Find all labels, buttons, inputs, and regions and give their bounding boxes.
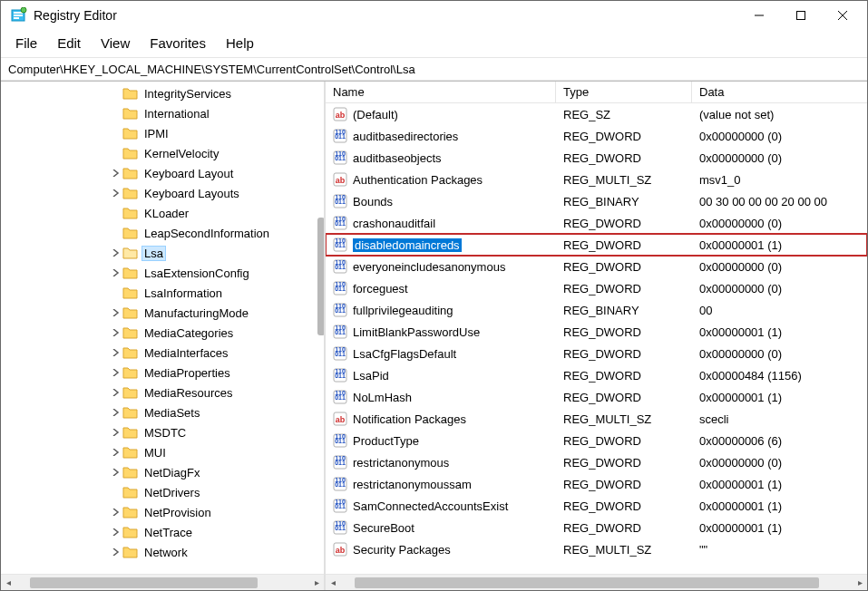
value-row[interactable]: 011110everyoneincludesanonymousREG_DWORD… xyxy=(326,256,867,277)
value-row[interactable]: 011110fullprivilegeauditingREG_BINARY00 xyxy=(326,299,867,321)
string-value-icon: ab xyxy=(333,171,349,188)
chevron-icon[interactable] xyxy=(110,409,122,416)
value-row[interactable]: 011110NoLmHashREG_DWORD0x00000001 (1) xyxy=(326,386,867,408)
value-row[interactable]: 011110restrictanonymoussamREG_DWORD0x000… xyxy=(326,473,867,495)
scroll-right-arrow[interactable]: ▸ xyxy=(309,577,324,587)
value-row[interactable]: 011110LsaCfgFlagsDefaultREG_DWORD0x00000… xyxy=(326,343,867,364)
chevron-icon[interactable] xyxy=(110,349,122,356)
list-pane[interactable]: Name Type Data ab(Default)REG_SZ(value n… xyxy=(326,82,867,590)
value-row[interactable]: 011110LsaPidREG_DWORD0x00000484 (1156) xyxy=(326,364,867,386)
tree-body[interactable]: IntegrityServicesInternationalIPMIKernel… xyxy=(1,82,324,574)
tree-item-msdtc[interactable]: MSDTC xyxy=(1,422,324,442)
chevron-icon[interactable] xyxy=(110,189,122,197)
value-row[interactable]: 011110auditbasedirectoriesREG_DWORD0x000… xyxy=(326,125,867,147)
scroll-right-arrow[interactable]: ▸ xyxy=(853,577,867,587)
tree-item-international[interactable]: International xyxy=(1,103,324,123)
chevron-icon[interactable] xyxy=(110,249,122,257)
chevron-icon[interactable] xyxy=(110,389,122,396)
tree-item-ipmi[interactable]: IPMI xyxy=(1,123,324,143)
chevron-icon[interactable] xyxy=(110,269,122,276)
tree-item-kloader[interactable]: KLoader xyxy=(1,203,324,223)
column-header-data[interactable]: Data xyxy=(692,82,867,102)
scroll-left-arrow[interactable]: ◂ xyxy=(326,577,340,587)
value-row[interactable]: 011110SamConnectedAccountsExistREG_DWORD… xyxy=(326,495,867,517)
tree-item-kernelvelocity[interactable]: KernelVelocity xyxy=(1,143,324,163)
tree-item-netdrivers[interactable]: NetDrivers xyxy=(1,482,324,502)
scroll-left-arrow[interactable]: ◂ xyxy=(1,577,15,587)
tree-item-manufacturingmode[interactable]: ManufacturingMode xyxy=(1,303,324,323)
value-row[interactable]: abSecurity PackagesREG_MULTI_SZ"" xyxy=(326,538,867,560)
tree-item-nettrace[interactable]: NetTrace xyxy=(1,522,324,542)
tree-item-keyboard-layouts[interactable]: Keyboard Layouts xyxy=(1,183,324,203)
chevron-icon[interactable] xyxy=(110,329,122,336)
tree-item-mediacategories[interactable]: MediaCategories xyxy=(1,323,324,343)
tree-item-integrityservices[interactable]: IntegrityServices xyxy=(1,83,324,103)
value-row[interactable]: 011110BoundsREG_BINARY00 30 00 00 00 20 … xyxy=(326,190,867,212)
tree-scrollbar[interactable] xyxy=(316,118,324,408)
tree-item-label: MediaProperties xyxy=(142,366,232,380)
list-hscrollbar[interactable]: ◂ ▸ xyxy=(326,574,867,590)
list-body[interactable]: ab(Default)REG_SZ(value not set)011110au… xyxy=(326,103,867,574)
chevron-icon[interactable] xyxy=(110,509,122,516)
tree-item-netprovision[interactable]: NetProvision xyxy=(1,502,324,522)
value-row[interactable]: 011110LimitBlankPasswordUseREG_DWORD0x00… xyxy=(326,321,867,343)
address-bar[interactable]: Computer\HKEY_LOCAL_MACHINE\SYSTEM\Curre… xyxy=(1,57,867,81)
cell-name: 011110LimitBlankPasswordUse xyxy=(326,321,556,343)
tree-item-lsaextensionconfig[interactable]: LsaExtensionConfig xyxy=(1,263,324,283)
tree-hscrollbar[interactable]: ◂ ▸ xyxy=(1,574,324,590)
binary-value-icon: 011110 xyxy=(333,367,349,383)
value-row[interactable]: 011110restrictanonymousREG_DWORD0x000000… xyxy=(326,451,867,473)
tree-item-mediaresources[interactable]: MediaResources xyxy=(1,383,324,402)
value-row[interactable]: abNotification PackagesREG_MULTI_SZscecl… xyxy=(326,408,867,430)
menu-help[interactable]: Help xyxy=(217,32,263,54)
tree-item-lsainformation[interactable]: LsaInformation xyxy=(1,283,324,303)
chevron-icon[interactable] xyxy=(110,449,122,456)
value-row[interactable]: 011110SecureBootREG_DWORD0x00000001 (1) xyxy=(326,517,867,538)
tree-item-mediaproperties[interactable]: MediaProperties xyxy=(1,363,324,383)
list-header: Name Type Data xyxy=(326,82,867,103)
value-row[interactable]: 011110forceguestREG_DWORD0x00000000 (0) xyxy=(326,277,867,299)
svg-rect-3 xyxy=(14,17,19,19)
chevron-icon[interactable] xyxy=(110,528,122,536)
tree-item-leapsecondinformation[interactable]: LeapSecondInformation xyxy=(1,223,324,243)
tree-item-mui[interactable]: MUI xyxy=(1,442,324,462)
cell-data: 0x00000000 (0) xyxy=(692,212,867,234)
title-bar[interactable]: Registry Editor xyxy=(1,1,867,30)
chevron-icon[interactable] xyxy=(110,469,122,476)
tree-item-network[interactable]: Network xyxy=(1,542,324,562)
tree-hscroll-thumb[interactable] xyxy=(30,577,258,588)
close-button[interactable] xyxy=(822,1,863,30)
maximize-button[interactable] xyxy=(780,1,822,30)
minimize-button[interactable] xyxy=(738,1,780,30)
menu-edit[interactable]: Edit xyxy=(48,32,90,54)
tree-item-netdiagfx[interactable]: NetDiagFx xyxy=(1,462,324,482)
tree-item-mediainterfaces[interactable]: MediaInterfaces xyxy=(1,343,324,363)
value-row[interactable]: abAuthentication PackagesREG_MULTI_SZmsv… xyxy=(326,169,867,190)
chevron-icon[interactable] xyxy=(110,170,122,177)
svg-rect-6 xyxy=(797,12,805,20)
chevron-icon[interactable] xyxy=(110,309,122,316)
menu-file[interactable]: File xyxy=(6,32,46,54)
value-row[interactable]: 011110disabledomaincredsREG_DWORD0x00000… xyxy=(326,234,867,256)
svg-text:011110: 011110 xyxy=(335,194,346,205)
chevron-icon[interactable] xyxy=(110,369,122,376)
column-header-name[interactable]: Name xyxy=(326,82,556,102)
cell-type: REG_DWORD xyxy=(556,343,692,364)
tree-scroll-thumb[interactable] xyxy=(317,218,324,335)
value-name: Authentication Packages xyxy=(353,173,483,187)
tree-item-label: NetProvision xyxy=(142,506,213,519)
list-hscroll-thumb[interactable] xyxy=(355,577,819,588)
menu-view[interactable]: View xyxy=(92,32,139,54)
value-row[interactable]: 011110ProductTypeREG_DWORD0x00000006 (6) xyxy=(326,430,867,451)
chevron-icon[interactable] xyxy=(110,429,122,436)
menu-favorites[interactable]: Favorites xyxy=(141,32,215,54)
value-row[interactable]: ab(Default)REG_SZ(value not set) xyxy=(326,103,867,125)
value-row[interactable]: 011110crashonauditfailREG_DWORD0x0000000… xyxy=(326,212,867,234)
column-header-type[interactable]: Type xyxy=(556,82,692,102)
tree-item-lsa[interactable]: Lsa xyxy=(1,243,324,263)
tree-item-mediasets[interactable]: MediaSets xyxy=(1,402,324,422)
tree-item-keyboard-layout[interactable]: Keyboard Layout xyxy=(1,163,324,183)
tree-pane[interactable]: IntegrityServicesInternationalIPMIKernel… xyxy=(1,82,326,590)
value-row[interactable]: 011110auditbaseobjectsREG_DWORD0x0000000… xyxy=(326,147,867,169)
chevron-icon[interactable] xyxy=(110,548,122,556)
